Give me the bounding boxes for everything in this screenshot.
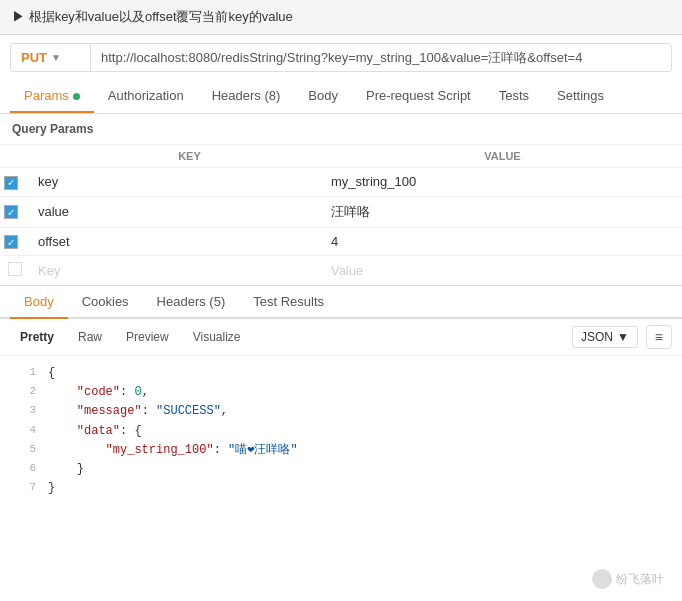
- tab-pre-request[interactable]: Pre-request Script: [352, 80, 485, 113]
- param-key-2[interactable]: offset: [30, 227, 323, 256]
- tab-params[interactable]: Params: [10, 80, 94, 113]
- method-select[interactable]: PUT ▼: [11, 44, 91, 71]
- checkbox-key[interactable]: ✓: [4, 176, 18, 190]
- format-raw[interactable]: Raw: [68, 326, 112, 348]
- param-value-empty[interactable]: Value: [323, 256, 682, 286]
- type-select[interactable]: JSON ▼: [572, 326, 638, 348]
- banner: ▶ 根据key和value以及offset覆写当前key的value: [0, 0, 682, 35]
- code-line-7: 7 }: [0, 479, 682, 498]
- param-value-0[interactable]: my_string_100: [323, 168, 682, 197]
- code-line-4: 4 "data": {: [0, 422, 682, 441]
- checkbox-value[interactable]: ✓: [4, 205, 18, 219]
- table-row: ✓ key my_string_100: [0, 168, 682, 197]
- param-key-1[interactable]: value: [30, 196, 323, 227]
- resp-tab-headers[interactable]: Headers (5): [143, 286, 240, 319]
- query-params-label: Query Params: [0, 114, 682, 144]
- col-header-key: KEY: [30, 145, 323, 168]
- resp-tab-test-results[interactable]: Test Results: [239, 286, 338, 319]
- code-line-5: 5 "my_string_100": "喵❤汪咩咯": [0, 441, 682, 460]
- format-visualize[interactable]: Visualize: [183, 326, 251, 348]
- watermark-icon: [592, 569, 612, 589]
- wrap-button[interactable]: ≡: [646, 325, 672, 349]
- wrap-icon: ≡: [655, 329, 663, 345]
- param-value-2[interactable]: 4: [323, 227, 682, 256]
- url-bar: PUT ▼: [10, 43, 672, 72]
- resp-tab-cookies[interactable]: Cookies: [68, 286, 143, 319]
- method-chevron-icon: ▼: [51, 52, 61, 63]
- checkbox-offset[interactable]: ✓: [4, 235, 18, 249]
- format-pretty[interactable]: Pretty: [10, 326, 64, 348]
- col-header-value: VALUE: [323, 145, 682, 168]
- code-line-6: 6 }: [0, 460, 682, 479]
- tab-authorization[interactable]: Authorization: [94, 80, 198, 113]
- response-tabs: Body Cookies Headers (5) Test Results: [0, 286, 682, 319]
- watermark: 纷飞落叶: [592, 569, 664, 589]
- code-line-1: 1 {: [0, 364, 682, 383]
- code-line-3: 3 "message": "SUCCESS",: [0, 402, 682, 421]
- tab-headers[interactable]: Headers (8): [198, 80, 295, 113]
- method-label: PUT: [21, 50, 47, 65]
- table-row-empty: Key Value: [0, 256, 682, 286]
- param-key-empty[interactable]: Key: [30, 256, 323, 286]
- format-preview[interactable]: Preview: [116, 326, 179, 348]
- params-table: KEY VALUE ✓ key my_string_100 ✓ value 汪咩…: [0, 144, 682, 285]
- tab-settings[interactable]: Settings: [543, 80, 618, 113]
- table-row: ✓ offset 4: [0, 227, 682, 256]
- code-line-2: 2 "code": 0,: [0, 383, 682, 402]
- table-row: ✓ value 汪咩咯: [0, 196, 682, 227]
- type-label: JSON: [581, 330, 613, 344]
- code-area: 1 { 2 "code": 0, 3 "message": "SUCCESS",…: [0, 356, 682, 506]
- param-key-0[interactable]: key: [30, 168, 323, 197]
- request-tabs: Params Authorization Headers (8) Body Pr…: [0, 80, 682, 114]
- checkbox-empty[interactable]: [8, 262, 22, 276]
- params-dot: [73, 93, 80, 100]
- url-input[interactable]: [91, 44, 671, 71]
- tab-tests[interactable]: Tests: [485, 80, 543, 113]
- tab-body[interactable]: Body: [294, 80, 352, 113]
- response-toolbar: Pretty Raw Preview Visualize JSON ▼ ≡: [0, 319, 682, 356]
- param-value-1[interactable]: 汪咩咯: [323, 196, 682, 227]
- type-chevron-icon: ▼: [617, 330, 629, 344]
- resp-tab-body[interactable]: Body: [10, 286, 68, 319]
- banner-arrow: ▶: [12, 9, 29, 24]
- watermark-text: 纷飞落叶: [616, 571, 664, 588]
- banner-text: 根据key和value以及offset覆写当前key的value: [29, 9, 293, 24]
